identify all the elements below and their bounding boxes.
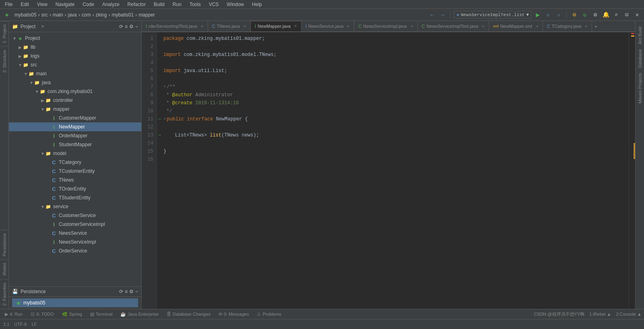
tree-item-com.zking.mybatis01[interactable]: ▼📁com.zking.mybatis01	[9, 87, 141, 96]
menu-help[interactable]: Help	[250, 1, 264, 8]
persistence-sync-icon[interactable]: ⟳	[119, 289, 123, 294]
tab-newmapper-xml[interactable]: xml NewMapper.xml ✕	[489, 21, 543, 31]
tab-newsserviceimpl[interactable]: C NewsServiceImpl.java ✕	[354, 21, 417, 31]
tree-item-main[interactable]: ▼📁main	[9, 69, 141, 78]
menu-refactor[interactable]: Refactor	[126, 1, 147, 8]
menu-edit[interactable]: Edit	[19, 1, 31, 8]
tree-item-studentmapper[interactable]: IStudentMapper	[9, 140, 141, 149]
menu-build[interactable]: Build	[152, 1, 166, 8]
tree-item-mapper[interactable]: ▼📁mapper	[9, 105, 141, 114]
menu-file[interactable]: File	[3, 1, 14, 8]
tree-item-java[interactable]: ▼📁java	[9, 78, 141, 87]
vtab-structure[interactable]: 2: Structure	[0, 46, 8, 76]
panel-maven[interactable]: Maven Projects	[637, 70, 643, 106]
run-config-dropdown[interactable]: ◈ NewsServiceImplTest.list ▼	[454, 11, 532, 19]
tree-item-orderservice[interactable]: COrderService	[9, 246, 141, 255]
persistence-close-icon[interactable]: −	[135, 289, 138, 294]
menu-window[interactable]: Window	[225, 1, 246, 8]
tab-close-icon[interactable]: ✕	[535, 24, 539, 29]
menu-navigate[interactable]: Navigate	[54, 1, 76, 8]
tab-newsserviceimpltest[interactable]: C NewsServiceImplTest.java ✕	[418, 21, 489, 31]
coverage-button[interactable]: ⬦	[554, 10, 563, 19]
bottom-tab-run[interactable]: ▶ 4: Run	[2, 311, 25, 318]
tab-newsservice[interactable]: I NewsService.java ✕	[301, 21, 354, 31]
back-icon[interactable]: ←	[427, 10, 436, 19]
menu-tools[interactable]: Tools	[188, 1, 202, 8]
fold-icon[interactable]: ▾	[163, 115, 166, 123]
tab-orderserviceimpltest[interactable]: I rderServiceImplTest.java ✕	[142, 21, 208, 31]
menu-run[interactable]: Run	[171, 1, 183, 8]
tree-item-customerserviceimpl[interactable]: ICustomerServiceImpl	[9, 220, 141, 229]
tab-close-icon[interactable]: ✕	[347, 24, 350, 29]
persistence-settings-icon[interactable]: ⚙	[129, 289, 134, 294]
status-encoding[interactable]: UTF-8	[14, 322, 27, 327]
breadcrumb-item[interactable]: src	[41, 12, 48, 18]
tree-item-logs[interactable]: ▶📁logs	[9, 52, 141, 60]
breadcrumb-item[interactable]: com	[82, 12, 91, 18]
vtab-project[interactable]: 1: Project	[0, 21, 8, 46]
tree-item-newsserviceimpl[interactable]: INewsServiceImpl	[9, 238, 141, 246]
project-settings-icon[interactable]: ⚙	[129, 24, 134, 29]
tree-item-torderentity[interactable]: CTOrderEntity	[9, 184, 141, 193]
vtab-persistence[interactable]: Persistence	[0, 230, 8, 259]
project-close-icon[interactable]: −	[135, 24, 138, 29]
breadcrumb-item[interactable]: main	[53, 12, 63, 18]
notifications-icon[interactable]: 🔔	[601, 10, 610, 19]
tree-item-model[interactable]: ▼📁model	[9, 149, 141, 158]
vtab-favorites[interactable]: 2: Favorites	[0, 279, 8, 309]
project-icon[interactable]: ◈	[2, 10, 11, 19]
breadcrumb-item[interactable]: mybatis01	[111, 12, 134, 18]
tree-item-lib[interactable]: ▶📁lib	[9, 43, 141, 52]
breadcrumb-item[interactable]: java	[68, 12, 77, 18]
tabs-overflow-button[interactable]: ▸	[592, 21, 600, 31]
tab-close-icon[interactable]: ✕	[200, 24, 204, 29]
menu-code[interactable]: Code	[81, 1, 96, 8]
tree-item-tnews[interactable]: CTNews	[9, 176, 141, 184]
panel-ant-build[interactable]: Ant Build	[637, 24, 643, 47]
menu-view[interactable]: View	[35, 1, 49, 8]
debug-button[interactable]: ⬦	[544, 10, 553, 19]
tab-tcategory[interactable]: C TCategory.java ✕	[543, 21, 592, 31]
bottom-tab-dbchanges[interactable]: 🗄 Database Changes	[164, 311, 213, 317]
collapse-all-icon[interactable]: ≡	[125, 24, 128, 29]
console-status[interactable]: 2:Console ▲	[616, 312, 642, 317]
tab-close-icon[interactable]: ✕	[243, 24, 246, 29]
build-icon[interactable]: ⚙	[570, 10, 579, 19]
settings-icon[interactable]: ⚙	[591, 10, 600, 19]
persistence-cols-icon[interactable]: ≡	[125, 289, 128, 294]
tree-item-service[interactable]: ▼📁service	[9, 202, 141, 211]
tab-close-icon[interactable]: ✕	[481, 24, 485, 29]
tab-tnews[interactable]: C TNews.java ✕	[208, 21, 251, 31]
bottom-tab-problems[interactable]: ⚠ Problems	[254, 311, 283, 318]
search-everywhere-icon[interactable]: ⌕	[612, 10, 621, 19]
bottom-tab-spring[interactable]: 🌿 Spring	[60, 311, 85, 318]
vtab-irebel[interactable]: iRebel	[0, 259, 8, 279]
tab-close-icon[interactable]: ✕	[410, 24, 413, 29]
menu-analyze[interactable]: Analyze	[101, 1, 121, 8]
bottom-tab-terminal[interactable]: ▤ Terminal	[88, 311, 115, 318]
breadcrumb-item[interactable]: mapper	[138, 12, 155, 18]
bottom-tab-messages[interactable]: ✉ 0: Messages	[216, 311, 251, 318]
menu-vcs[interactable]: VCS	[207, 1, 221, 8]
tree-item-controller[interactable]: ▶📁controller	[9, 96, 141, 105]
tree-item-ordermapper[interactable]: IOrderMapper	[9, 131, 141, 140]
tree-item-tstudententity[interactable]: CTStudentEntity	[9, 193, 141, 202]
status-position[interactable]: 1:1	[3, 322, 9, 327]
tree-item-customermapper[interactable]: ICustomerMapper	[9, 114, 141, 122]
tab-close-icon[interactable]: ✕	[584, 24, 588, 29]
bottom-tab-todo[interactable]: ☑ 6: TODO	[28, 311, 56, 318]
irebel-status[interactable]: 1:iRebel ▲	[589, 312, 611, 317]
tree-item-src[interactable]: ▼📁src	[9, 60, 141, 69]
code-content[interactable]: package com.zking.mybatis01.mapper;impor…	[157, 32, 629, 309]
persistence-item-mybatis05[interactable]: ◉ mybatis05	[12, 298, 138, 307]
run-button[interactable]: ▶	[533, 10, 542, 19]
fold-icon[interactable]: ▾	[163, 83, 166, 91]
maximize-icon[interactable]: ⊡	[622, 10, 631, 19]
tab-close-icon[interactable]: ✕	[294, 24, 297, 28]
tree-item-tcategory[interactable]: CTCategory	[9, 158, 141, 167]
forward-icon[interactable]: →	[438, 10, 447, 19]
bottom-tab-javaee[interactable]: ☕ Java Enterprise	[118, 311, 161, 318]
panel-database[interactable]: Database	[637, 47, 643, 70]
breadcrumb-item[interactable]: zking	[95, 12, 107, 18]
breadcrumb-item[interactable]: mybatis05	[14, 12, 37, 18]
